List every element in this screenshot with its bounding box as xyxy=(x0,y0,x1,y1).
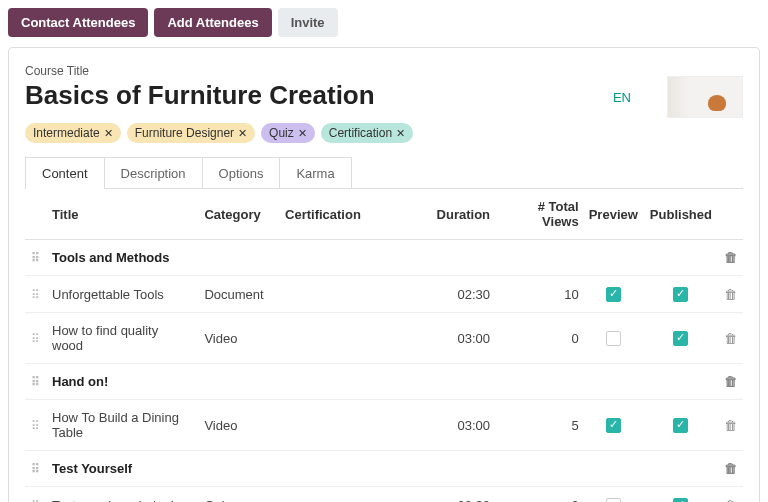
drag-handle-icon[interactable]: ⠿ xyxy=(31,332,40,346)
row-preview xyxy=(583,276,644,313)
course-title-label: Course Title xyxy=(25,64,375,78)
checkbox[interactable] xyxy=(606,418,621,433)
content-row: ⠿How to find quality woodVideo03:000🗑 xyxy=(25,313,743,364)
column-published: Published xyxy=(644,189,718,240)
row-preview xyxy=(583,400,644,451)
checkbox[interactable] xyxy=(673,331,688,346)
row-title[interactable]: Test your knowledge! xyxy=(46,487,198,502)
row-category: Video xyxy=(198,313,279,364)
checkbox[interactable] xyxy=(673,418,688,433)
row-published xyxy=(644,276,718,313)
tag-label: Intermediate xyxy=(33,126,100,140)
column-title: Title xyxy=(46,189,198,240)
close-icon[interactable]: ✕ xyxy=(396,127,405,140)
close-icon[interactable]: ✕ xyxy=(298,127,307,140)
row-certification xyxy=(279,276,431,313)
invite-button[interactable]: Invite xyxy=(278,8,338,37)
drag-handle-icon[interactable]: ⠿ xyxy=(31,288,40,302)
row-published xyxy=(644,313,718,364)
row-duration: 00:30 xyxy=(431,487,508,502)
tag-quiz[interactable]: Quiz✕ xyxy=(261,123,315,143)
row-duration: 03:00 xyxy=(431,400,508,451)
section-row: ⠿Hand on!🗑 xyxy=(25,364,743,400)
content-row: ⠿Unforgettable ToolsDocument02:3010🗑 xyxy=(25,276,743,313)
drag-handle-icon[interactable]: ⠿ xyxy=(31,375,40,389)
column-certification: Certification xyxy=(279,189,431,240)
section-title[interactable]: Hand on! xyxy=(46,364,718,400)
close-icon[interactable]: ✕ xyxy=(104,127,113,140)
column-category: Category xyxy=(198,189,279,240)
checkbox[interactable] xyxy=(673,287,688,302)
content-row: ⠿How To Build a Dining TableVideo03:005🗑 xyxy=(25,400,743,451)
row-title[interactable]: Unforgettable Tools xyxy=(46,276,198,313)
drag-handle-icon[interactable]: ⠿ xyxy=(31,251,40,265)
tab-description[interactable]: Description xyxy=(105,158,203,189)
course-card: Course Title Basics of Furniture Creatio… xyxy=(8,47,760,502)
checkbox[interactable] xyxy=(673,498,688,502)
tag-furniture-designer[interactable]: Furniture Designer✕ xyxy=(127,123,255,143)
tag-label: Certification xyxy=(329,126,392,140)
trash-icon[interactable]: 🗑 xyxy=(724,374,737,389)
section-row: ⠿Tools and Methods🗑 xyxy=(25,240,743,276)
row-published xyxy=(644,400,718,451)
row-views: 0 xyxy=(508,313,583,364)
checkbox[interactable] xyxy=(606,287,621,302)
tag-certification[interactable]: Certification✕ xyxy=(321,123,413,143)
row-duration: 02:30 xyxy=(431,276,508,313)
row-views: 0 xyxy=(508,487,583,502)
row-views: 10 xyxy=(508,276,583,313)
content-row: ⠿Test your knowledge!Quiz00:300🗑 xyxy=(25,487,743,502)
add-attendees-button[interactable]: Add Attendees xyxy=(154,8,271,37)
trash-icon[interactable]: 🗑 xyxy=(724,461,737,476)
row-published xyxy=(644,487,718,502)
course-title[interactable]: Basics of Furniture Creation xyxy=(25,80,375,111)
row-title[interactable]: How To Build a Dining Table xyxy=(46,400,198,451)
row-preview xyxy=(583,313,644,364)
column-views: # Total Views xyxy=(508,189,583,240)
tab-karma[interactable]: Karma xyxy=(280,158,350,189)
section-title[interactable]: Test Yourself xyxy=(46,451,718,487)
trash-icon[interactable]: 🗑 xyxy=(724,250,737,265)
drag-handle-icon[interactable]: ⠿ xyxy=(31,419,40,433)
column-preview: Preview xyxy=(583,189,644,240)
language-selector[interactable]: EN xyxy=(613,90,631,105)
trash-icon[interactable]: 🗑 xyxy=(724,418,737,433)
contact-attendees-button[interactable]: Contact Attendees xyxy=(8,8,148,37)
close-icon[interactable]: ✕ xyxy=(238,127,247,140)
section-title[interactable]: Tools and Methods xyxy=(46,240,718,276)
row-preview xyxy=(583,487,644,502)
row-category: Document xyxy=(198,276,279,313)
tab-content[interactable]: Content xyxy=(26,158,105,189)
row-category: Video xyxy=(198,400,279,451)
column-duration: Duration xyxy=(431,189,508,240)
section-row: ⠿Test Yourself🗑 xyxy=(25,451,743,487)
row-duration: 03:00 xyxy=(431,313,508,364)
tag-label: Quiz xyxy=(269,126,294,140)
trash-icon[interactable]: 🗑 xyxy=(724,498,737,502)
checkbox[interactable] xyxy=(606,331,621,346)
row-title[interactable]: How to find quality wood xyxy=(46,313,198,364)
row-category: Quiz xyxy=(198,487,279,502)
drag-handle-icon[interactable]: ⠿ xyxy=(31,499,40,502)
tag-label: Furniture Designer xyxy=(135,126,234,140)
tag-intermediate[interactable]: Intermediate✕ xyxy=(25,123,121,143)
trash-icon[interactable]: 🗑 xyxy=(724,287,737,302)
checkbox[interactable] xyxy=(606,498,621,502)
tab-options[interactable]: Options xyxy=(203,158,281,189)
row-views: 5 xyxy=(508,400,583,451)
drag-handle-icon[interactable]: ⠿ xyxy=(31,462,40,476)
trash-icon[interactable]: 🗑 xyxy=(724,331,737,346)
row-certification xyxy=(279,400,431,451)
course-thumbnail[interactable] xyxy=(667,76,743,118)
row-certification xyxy=(279,487,431,502)
row-certification xyxy=(279,313,431,364)
